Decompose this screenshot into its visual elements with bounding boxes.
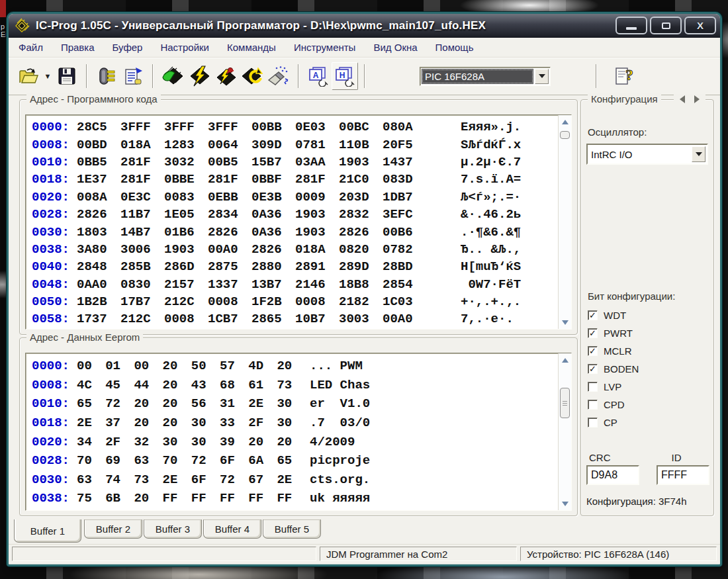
blank-check-button[interactable] [265, 62, 292, 90]
config-next-icon[interactable] [694, 94, 704, 103]
config-bit-label: MCLR [604, 345, 632, 357]
toolbar: ▼ [9, 58, 720, 95]
program-code-scrollbar[interactable] [558, 115, 571, 329]
hex-address: 0018: [32, 172, 77, 187]
hex-row[interactable]: 0020:34 2F 32 30 30 39 20 204/2009 [32, 432, 558, 451]
config-bit-label: WDT [604, 310, 626, 321]
config-bit-cp[interactable]: CP [588, 414, 639, 431]
device-selector[interactable]: PIC 16F628A [420, 67, 551, 86]
hex-row[interactable]: 0018:2E 37 20 20 30 33 2F 30.7 03/0 [32, 414, 558, 433]
status-panel-empty [12, 547, 316, 561]
view-hex-button[interactable]: H [332, 62, 358, 90]
scroll-down-icon[interactable] [559, 317, 571, 328]
id-field[interactable]: FFFF [657, 465, 709, 485]
app-window: IC-Prog 1.05C - Универсальный Программат… [7, 12, 722, 566]
checkbox-unchecked-icon[interactable] [588, 418, 598, 427]
hex-row[interactable]: 0028:70 69 63 70 72 6F 6A 65picproje [32, 451, 558, 470]
configuration-panel: Конфигурация Осциллятор: IntRC I/O Бит к… [580, 99, 714, 516]
scroll-up-icon[interactable] [559, 116, 571, 127]
hex-row[interactable]: 0030:63 74 73 2E 6F 72 67 2Ects.org. [32, 470, 558, 490]
config-bit-lvp[interactable]: LVP [588, 378, 639, 396]
verify-chip-button[interactable] [212, 62, 239, 90]
config-bit-boden[interactable]: ✓BODEN [588, 360, 639, 378]
menu-item-0[interactable]: Файл [19, 42, 43, 53]
tab-buffer-5[interactable]: Buffer 5 [263, 519, 321, 539]
hex-row[interactable]: 0010:0BB5 281F 3032 00B5 15B7 03AA 1903 … [32, 154, 558, 171]
hex-row[interactable]: 0000:00 01 00 20 50 57 4D 20... PWM [32, 357, 558, 376]
menu-item-2[interactable]: Буфер [113, 42, 143, 53]
checkbox-unchecked-icon[interactable] [588, 382, 598, 392]
eeprom-scrollbar[interactable] [558, 353, 571, 510]
menu-item-4[interactable]: Комманды [227, 42, 276, 53]
status-panel-programmer: JDM Programmer на Com2 [320, 547, 517, 561]
config-bit-wdt[interactable]: ✓WDT [588, 306, 639, 324]
oscillator-dropdown-icon[interactable] [692, 146, 705, 162]
checkbox-checked-icon[interactable]: ✓ [588, 346, 598, 356]
checkbox-checked-icon[interactable]: ✓ [588, 310, 598, 320]
config-bit-mclr[interactable]: ✓MCLR [588, 342, 639, 360]
menu-item-6[interactable]: Вид Окна [373, 42, 417, 53]
tab-buffer-3[interactable]: Buffer 3 [144, 519, 202, 539]
hex-ascii: .7 03/0 [310, 416, 370, 430]
read-chip-button[interactable] [159, 62, 186, 90]
tab-buffer-1[interactable]: Buffer 1 [14, 519, 81, 543]
hex-row[interactable]: 0038:75 6B 20 FF FF FF FF FFuk яяяяя [32, 489, 558, 508]
crc-label: CRC [589, 452, 611, 463]
hex-row[interactable]: 0058:1737 212C 0008 1CB7 2865 10B7 3003 … [32, 310, 558, 328]
hex-row[interactable]: 0000:28C5 3FFF 3FFF 3FFF 00BB 0E03 00BC … [32, 118, 558, 136]
scroll-down-icon[interactable] [559, 498, 571, 509]
view-assembler-button[interactable]: A [305, 62, 332, 90]
oscillator-label: Осциллятор: [588, 126, 647, 138]
device-selector-value: PIC 16F628A [422, 69, 533, 84]
menu-item-7[interactable]: Помощь [435, 42, 474, 53]
hex-row[interactable]: 0040:2848 285B 286D 2875 2880 2891 289D … [32, 258, 558, 275]
config-bit-label: PWRT [604, 328, 633, 339]
toolbar-separator [364, 64, 365, 88]
menu-item-3[interactable]: Настройки [160, 42, 209, 53]
config-bit-pwrt[interactable]: ✓PWRT [588, 324, 639, 342]
save-file-button[interactable] [54, 62, 80, 90]
hex-row[interactable]: 0030:1803 14B7 01B6 2826 0A36 1903 2826 … [32, 223, 558, 240]
open-file-button[interactable] [15, 62, 42, 90]
device-selector-dropdown-icon[interactable] [535, 69, 549, 84]
checkbox-unchecked-icon[interactable] [588, 400, 598, 410]
config-bit-cpd[interactable]: CPD [588, 396, 639, 414]
hex-row[interactable]: 0008:4C 45 44 20 43 68 61 73LED Chas [32, 376, 558, 395]
tab-buffer-2[interactable]: Buffer 2 [84, 519, 142, 539]
scroll-thumb[interactable] [560, 131, 570, 139]
hex-address: 0028: [32, 453, 77, 468]
config-bits-list: ✓WDT✓PWRT✓MCLR✓BODENLVPCPDCP [588, 306, 639, 431]
config-prev-icon[interactable] [676, 94, 685, 103]
close-button[interactable]: X [684, 17, 716, 34]
checkbox-checked-icon[interactable]: ✓ [588, 328, 598, 338]
hex-row[interactable]: 0018:1E37 281F 0BBE 281F 0BBF 281F 21C0 … [32, 171, 558, 188]
maximize-button[interactable] [650, 17, 682, 34]
tab-buffer-4[interactable]: Buffer 4 [203, 519, 261, 539]
erase-chip-button[interactable] [239, 62, 265, 90]
hardware-settings-button[interactable] [93, 62, 120, 90]
scroll-thumb[interactable] [560, 388, 570, 418]
hex-row[interactable]: 0050:1B2B 17B7 212C 0008 1F2B 0008 2182 … [32, 293, 558, 310]
checkbox-checked-icon[interactable]: ✓ [588, 364, 598, 374]
crc-field[interactable]: D9A8 [586, 465, 639, 485]
hex-row[interactable]: 0038:3A80 3006 1903 00A0 2826 018A 0820 … [32, 241, 558, 258]
hex-row[interactable]: 0008:00BD 018A 1283 0064 309D 0781 110B … [32, 136, 558, 153]
eeprom-hexview[interactable]: 0000:00 01 00 20 50 57 4D 20... PWM0008:… [25, 353, 572, 511]
minimize-button[interactable] [615, 17, 647, 34]
hex-row[interactable]: 0048:0AA0 0830 2157 1337 13B7 2146 18B8 … [32, 276, 558, 293]
device-options-button[interactable] [120, 62, 146, 90]
program-code-hexview[interactable]: 0000:28C5 3FFF 3FFF 3FFF 00BB 0E03 00BC … [25, 114, 572, 330]
menu-item-1[interactable]: Правка [61, 42, 95, 53]
open-file-dropdown[interactable]: ▼ [42, 62, 54, 90]
hex-row[interactable]: 0010:65 72 20 20 56 31 2E 30er V1.0 [32, 394, 558, 414]
config-word-value: Конфигурация: 3F74h [586, 496, 687, 507]
help-button[interactable]: ? [612, 62, 638, 90]
scroll-up-icon[interactable] [559, 355, 571, 365]
menu-item-5[interactable]: Инструменты [294, 42, 356, 53]
program-chip-button[interactable] [186, 62, 212, 90]
hex-address: 0008: [32, 378, 77, 392]
configuration-panel-title: Конфигурация [588, 93, 661, 105]
hex-row[interactable]: 0028:2826 11B7 1E05 2834 0A36 1903 2832 … [32, 206, 558, 223]
hex-row[interactable]: 0020:008A 0E3C 0083 0EBB 0E3B 0009 203D … [32, 189, 558, 206]
oscillator-selector[interactable]: IntRC I/O [586, 144, 708, 165]
